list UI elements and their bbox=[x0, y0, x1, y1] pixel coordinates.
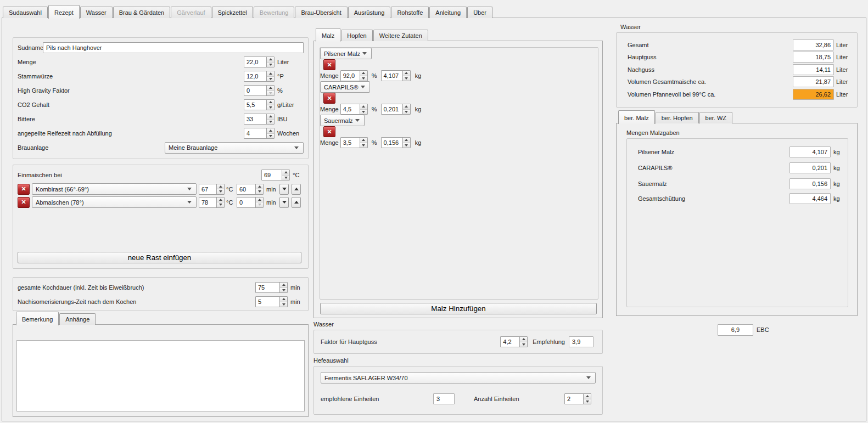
menge-unit: Liter bbox=[277, 59, 304, 65]
malt-percent-spinbox[interactable]: 92,0 bbox=[340, 70, 368, 81]
sudname-input[interactable] bbox=[43, 42, 304, 53]
tab-ber-malz[interactable]: ber. Malz bbox=[618, 110, 655, 124]
tab-ber-wz[interactable]: ber. WZ bbox=[699, 112, 733, 123]
malt-select[interactable]: Pilsener Malz bbox=[320, 48, 372, 59]
move-rest-up-button[interactable] bbox=[292, 184, 301, 195]
tab-anleitung[interactable]: Anleitung bbox=[429, 7, 467, 18]
rest-duration-unit: min bbox=[266, 186, 278, 193]
spinner-arrows[interactable] bbox=[255, 184, 263, 194]
spinner-arrows[interactable] bbox=[266, 57, 274, 67]
gesamtschuettung-label: Gesamtschüttung bbox=[638, 195, 685, 202]
spinner-arrows[interactable] bbox=[360, 71, 367, 81]
einmaischen-temp-spinbox[interactable]: 69 bbox=[261, 170, 290, 181]
menge-spinbox[interactable]: 22,0 bbox=[244, 57, 275, 67]
malt-percent-spinbox[interactable]: 3,5 bbox=[340, 137, 368, 148]
spinner-arrows[interactable] bbox=[282, 170, 289, 180]
move-rest-down-button[interactable] bbox=[279, 197, 289, 208]
percent-unit: % bbox=[372, 139, 377, 146]
info-icon[interactable] bbox=[70, 87, 77, 94]
move-rest-up-button[interactable] bbox=[292, 197, 301, 208]
spinner-arrows[interactable] bbox=[266, 100, 274, 110]
malt-select[interactable]: CARAPILS® bbox=[320, 81, 370, 93]
tab-brau-gaerdaten[interactable]: Brau & Gärdaten bbox=[113, 7, 171, 18]
co2-unit: g/Liter bbox=[277, 101, 304, 108]
calc-malt-value: 4,107 bbox=[789, 146, 831, 157]
reifezeit-spinbox[interactable]: 4 bbox=[244, 128, 275, 139]
nachisomerisierung-spinbox[interactable]: 5 bbox=[255, 296, 288, 307]
empfohlene-einheiten-label: empfohlene Einheiten bbox=[321, 396, 433, 402]
spinner-arrows[interactable] bbox=[519, 337, 527, 347]
spinner-arrows[interactable] bbox=[360, 138, 367, 148]
malt-select[interactable]: Sauermalz bbox=[320, 115, 365, 126]
tab-hopfen[interactable]: Hopfen bbox=[341, 30, 372, 41]
co2-spinbox[interactable]: 5,5 bbox=[244, 99, 275, 110]
calc-malt-label: Sauermalz bbox=[638, 181, 667, 187]
spinner-arrows[interactable] bbox=[360, 104, 367, 114]
kochdauer-spinbox[interactable]: 75 bbox=[255, 282, 288, 293]
tab-bemerkung[interactable]: Bemerkung bbox=[16, 312, 59, 325]
add-rest-button[interactable]: neue Rast einfügen bbox=[18, 252, 301, 263]
spinner-arrows[interactable] bbox=[266, 128, 274, 138]
rest-duration-spinbox[interactable]: 0 bbox=[237, 197, 264, 208]
brauanlage-select[interactable]: Meine Brauanlage bbox=[165, 142, 304, 154]
spinner-arrows[interactable] bbox=[255, 198, 263, 207]
malt-amount-spinbox[interactable]: 4,107 bbox=[381, 70, 411, 81]
rest-temp-spinbox[interactable]: 78 bbox=[199, 197, 225, 208]
tab-weitere-zutaten[interactable]: Weitere Zutaten bbox=[373, 30, 428, 41]
delete-rest-button[interactable] bbox=[18, 184, 30, 195]
notes-textarea[interactable] bbox=[16, 340, 305, 411]
spinner-arrows[interactable] bbox=[216, 198, 224, 207]
bittere-spinbox[interactable]: 33 bbox=[244, 114, 275, 125]
spinner-arrows[interactable] bbox=[402, 71, 410, 81]
spinner-arrows[interactable] bbox=[266, 114, 274, 124]
high-gravity-spinbox[interactable]: 0 bbox=[244, 85, 275, 96]
spinner-arrows[interactable] bbox=[279, 283, 287, 292]
anzahl-einheiten-spinbox[interactable]: 2 bbox=[564, 393, 591, 404]
stammwuerze-spinbox[interactable]: 12,0 bbox=[244, 71, 275, 82]
tab-brau-uebersicht[interactable]: Brau-Übersicht bbox=[295, 7, 347, 18]
spinner-arrows[interactable] bbox=[402, 138, 410, 148]
spinner-arrows[interactable] bbox=[266, 71, 274, 81]
yeast-select[interactable]: Fermentis SAFLAGER W34/70 bbox=[321, 372, 596, 383]
tab-wasser[interactable]: Wasser bbox=[80, 7, 113, 18]
spinner-arrows[interactable] bbox=[266, 86, 274, 95]
spinner-arrows[interactable] bbox=[216, 184, 224, 194]
rest-duration-spinbox[interactable]: 60 bbox=[237, 184, 264, 195]
spin-value: 0 bbox=[237, 198, 255, 207]
move-rest-down-button[interactable] bbox=[279, 184, 289, 195]
malt-amount-spinbox[interactable]: 0,201 bbox=[381, 104, 411, 115]
delete-malt-button[interactable] bbox=[323, 59, 335, 70]
rest-select[interactable]: Abmaischen (78°) bbox=[32, 196, 197, 208]
spinner-arrows[interactable] bbox=[583, 394, 591, 404]
tab-spickzettel[interactable]: Spickzettel bbox=[212, 7, 253, 18]
info-icon[interactable] bbox=[53, 73, 60, 80]
spinner-arrows[interactable] bbox=[402, 104, 410, 114]
empfehlung-label: Empfehlung bbox=[533, 339, 565, 345]
tab-rohstoffe[interactable]: Rohstoffe bbox=[391, 7, 429, 18]
rest-temp-spinbox[interactable]: 67 bbox=[199, 184, 225, 195]
hauptguss-faktor-spinbox[interactable]: 4,2 bbox=[500, 336, 528, 347]
tab-anhaenge[interactable]: Anhänge bbox=[59, 313, 96, 325]
delete-malt-button[interactable] bbox=[323, 126, 335, 137]
delete-rest-button[interactable] bbox=[18, 197, 30, 208]
kochdauer-unit: min bbox=[290, 284, 304, 291]
spinner-arrows[interactable] bbox=[279, 297, 287, 307]
rest-select[interactable]: Kombirast (66°-69°) bbox=[32, 183, 197, 195]
add-malt-button[interactable]: Malz Hinzufügen bbox=[320, 303, 597, 314]
spin-value: 92,0 bbox=[341, 71, 360, 81]
malt-percent-spinbox[interactable]: 4,5 bbox=[340, 104, 368, 115]
tab-ber-hopfen[interactable]: ber. Hopfen bbox=[656, 112, 699, 123]
tab-malz[interactable]: Malz bbox=[316, 28, 340, 42]
calc-malt-value: 0,156 bbox=[789, 178, 831, 189]
spin-value: 2 bbox=[565, 394, 583, 404]
tab-sudauswahl[interactable]: Sudauswahl bbox=[3, 7, 48, 18]
info-icon[interactable] bbox=[35, 116, 42, 123]
malt-amount-spinbox[interactable]: 0,156 bbox=[381, 137, 411, 148]
tab-rezept[interactable]: Rezept bbox=[48, 5, 80, 19]
tab-ueber[interactable]: Über bbox=[467, 7, 492, 18]
delete-malt-button[interactable] bbox=[323, 93, 335, 104]
tab-ausruestung[interactable]: Ausrüstung bbox=[348, 7, 391, 18]
rest-temp-unit: °C bbox=[226, 199, 235, 206]
menge-label: Menge bbox=[18, 59, 36, 65]
info-icon[interactable] bbox=[49, 101, 57, 109]
